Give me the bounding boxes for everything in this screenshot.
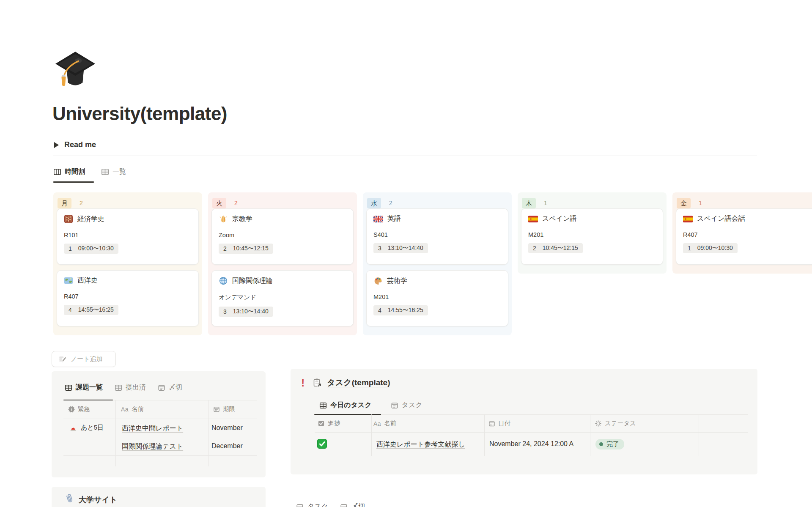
column-header[interactable]: 金 1	[672, 192, 812, 208]
exclamation-icon: !	[301, 378, 304, 388]
tab-list[interactable]: 一覧	[101, 167, 126, 176]
tab-submitted[interactable]: 提出済	[115, 383, 146, 392]
compose-icon	[58, 355, 67, 363]
board-column-wednesday: 水 2 英語 S401 313:10〜14:40 芸術学 M201 414:55…	[363, 192, 512, 335]
class-card[interactable]: 国際関係理論 オンデマンド 313:10〜14:40	[211, 270, 354, 326]
palette-icon	[373, 276, 383, 285]
class-card[interactable]: 宗教学 Zoom 210:45〜12:15	[211, 208, 354, 265]
tab-tasks[interactable]: タスク	[391, 401, 422, 410]
calendar-icon	[296, 503, 304, 507]
uk-flag-icon	[373, 216, 383, 222]
assignments-tab-bar: 課題一覧 提出済 〆切	[65, 383, 182, 392]
card-count: 2	[389, 200, 392, 206]
room-label: オンデマンド	[219, 293, 346, 301]
checked-checkbox[interactable]	[317, 439, 327, 449]
view-tab-bar: 時間割 一覧	[53, 167, 126, 176]
class-card[interactable]: 経済学史 R101 109:00〜10:30	[57, 208, 199, 265]
column-header-progress[interactable]: 進捗	[318, 419, 340, 428]
university-links-panel: 大学サイト	[52, 487, 266, 507]
tab-deadline[interactable]: 〆切	[158, 383, 182, 392]
board-view-icon	[53, 168, 61, 176]
table-view-icon	[115, 384, 122, 392]
task-link[interactable]: 西洋史レポート参考文献探し	[376, 440, 465, 449]
add-note-button[interactable]: ノート追加	[52, 351, 116, 367]
room-label: R407	[683, 231, 811, 238]
class-card[interactable]: 芸術学 M201 414:55〜16:25	[366, 270, 508, 326]
date-value[interactable]: November 24, 2024 12:00 A	[489, 440, 573, 448]
calendar-icon	[391, 402, 398, 409]
spain-flag-icon	[683, 216, 693, 222]
day-badge: 水	[367, 198, 381, 208]
table-row[interactable]: あと5日	[69, 424, 104, 432]
class-card[interactable]: 英語 S401 313:10〜14:40	[366, 208, 508, 265]
column-header-name[interactable]: Aa 名前	[373, 419, 396, 428]
board-column-tuesday: 火 2 宗教学 Zoom 210:45〜12:15 国際関係理論 オンデマンド …	[208, 192, 357, 335]
tab-timetable[interactable]: 時間割	[53, 167, 85, 176]
paperclip-icon	[64, 493, 74, 504]
world-map-icon	[64, 277, 73, 285]
board-column-friday: 金 1 スペイン語会話 R407 109:00〜10:30	[672, 192, 812, 274]
assignment-link[interactable]: 国際関係理論テスト	[122, 442, 183, 451]
period-time-tag: 414:55〜16:25	[373, 305, 428, 315]
card-count: 1	[544, 200, 547, 206]
room-label: Zoom	[219, 232, 346, 238]
class-card[interactable]: スペイン語 M201 210:45〜12:15	[521, 208, 663, 265]
calendar-icon	[340, 503, 348, 507]
column-header[interactable]: 木 1	[518, 192, 667, 208]
burst-icon	[68, 406, 75, 413]
readme-toggle[interactable]: Read me	[54, 140, 96, 149]
day-badge: 木	[522, 198, 536, 208]
day-badge: 金	[677, 198, 691, 208]
column-header[interactable]: 月 2	[53, 192, 202, 208]
column-header-status[interactable]: ステータス	[595, 419, 636, 428]
period-time-tag: 109:00〜10:30	[64, 244, 118, 254]
room-label: M201	[373, 293, 501, 300]
column-header-date[interactable]: 日付	[488, 419, 510, 428]
room-label: R407	[64, 293, 192, 300]
table-view-icon	[101, 168, 109, 176]
tab-deadline-bottom[interactable]: 〆切	[340, 502, 365, 507]
due-value[interactable]: November	[211, 424, 243, 432]
divider	[53, 156, 757, 156]
spain-flag-icon	[528, 216, 538, 222]
column-header-urgent[interactable]: 緊急	[68, 405, 90, 413]
tasks-tab-bar: 今日のタスク タスク	[319, 401, 422, 410]
calendar-icon	[158, 384, 165, 392]
abacus-icon	[64, 214, 73, 224]
class-card[interactable]: スペイン語会話 R407 109:00〜10:30	[676, 208, 812, 265]
tab-today-tasks[interactable]: 今日のタスク	[319, 401, 372, 410]
class-card[interactable]: 西洋史 R407 414:55〜16:25	[57, 270, 199, 326]
page-title: University(template)	[52, 103, 227, 124]
readme-label: Read me	[64, 140, 96, 149]
room-label: R101	[64, 232, 192, 238]
bottom-tab-bar: タスク 〆切	[296, 502, 365, 507]
period-time-tag: 313:10〜14:40	[219, 307, 273, 317]
text-property-icon: Aa	[121, 406, 129, 413]
period-time-tag: 210:45〜12:15	[528, 243, 583, 253]
room-label: M201	[528, 231, 656, 238]
period-time-tag: 210:45〜12:15	[219, 244, 273, 254]
globe-icon	[219, 276, 228, 285]
tabbar-border	[53, 182, 812, 182]
assignments-panel: 課題一覧 提出済 〆切 緊急 Aa 名前 期限 あと5日 西洋史中間レポート N…	[52, 371, 266, 477]
assignment-link[interactable]: 西洋史中間レポート	[122, 424, 183, 433]
table-view-icon	[65, 384, 72, 392]
card-count: 1	[699, 200, 702, 206]
active-tab-underline	[63, 400, 113, 401]
praying-hands-icon	[219, 214, 228, 224]
day-badge: 火	[212, 198, 226, 208]
tasks-panel: ! タスク(template) 今日のタスク タスク 進捗 Aa 名前 日付 ス…	[291, 369, 757, 474]
tab-tasks-bottom[interactable]: タスク	[296, 502, 328, 507]
column-header[interactable]: 水 2	[363, 192, 512, 208]
status-badge[interactable]: 完了	[595, 439, 624, 449]
room-label: S401	[373, 231, 501, 238]
tasks-header: ! タスク(template)	[301, 377, 390, 388]
tab-assignment-list[interactable]: 課題一覧	[65, 383, 103, 392]
column-header[interactable]: 火 2	[208, 192, 357, 208]
tasks-page-link[interactable]: タスク(template)	[327, 377, 390, 388]
column-header-name[interactable]: Aa 名前	[121, 405, 144, 413]
board-column-thursday: 木 1 スペイン語 M201 210:45〜12:15	[518, 192, 667, 274]
column-header-due[interactable]: 期限	[213, 405, 235, 413]
due-value[interactable]: December	[211, 442, 243, 450]
calendar-icon	[213, 406, 220, 413]
